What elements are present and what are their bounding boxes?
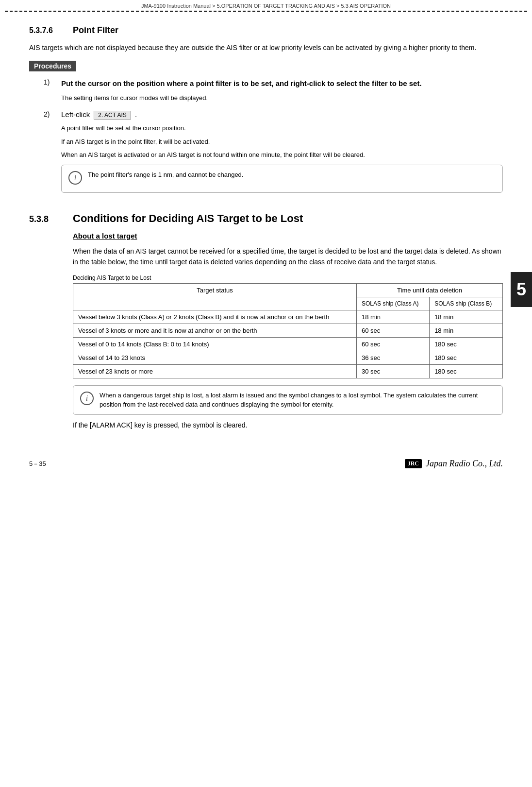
section-538-num: 5.3.8 — [29, 214, 73, 224]
row-status: Vessel of 0 to 14 knots (Class B: 0 to 1… — [73, 337, 357, 351]
row-status: Vessel below 3 knots (Class A) or 2 knot… — [73, 310, 357, 324]
step-2-row: 2) Left-click 2. ACT AIS . A point filte… — [44, 110, 503, 198]
svg-text:i: i — [74, 173, 76, 182]
row-status: Vessel of 14 to 23 knots — [73, 351, 357, 364]
breadcrumb: JMA-9100 Instruction Manual > 5.OPERATIO… — [141, 3, 391, 9]
company-name: Japan Radio Co., Ltd. — [426, 459, 503, 469]
ais-target-table: Target status Time until data deletion S… — [73, 283, 503, 378]
col2b-subheader: SOLAS ship (Class B) — [430, 297, 503, 310]
step-2-suffix: . — [135, 110, 137, 119]
step-2-desc3: When an AIS target is activated or an AI… — [61, 150, 503, 160]
section-537-6-num: 5.3.7.6 — [29, 26, 73, 35]
info-box-1: i The point filter's range is 1 nm, and … — [61, 165, 503, 193]
step-1-content: Put the cursor on the position where a p… — [61, 78, 503, 106]
step-2-inline: Left-click 2. ACT AIS . — [61, 110, 503, 120]
procedures-badge: Procedures — [29, 58, 503, 78]
table-body: Vessel below 3 knots (Class A) or 2 knot… — [73, 310, 503, 378]
table-caption: Deciding AIS Target to be Lost — [73, 274, 503, 281]
steps-block: 1) Put the cursor on the position where … — [44, 78, 503, 198]
step-1-num: 1) — [44, 78, 61, 86]
section-537-6-title: 5.3.7.6 Point Filter — [29, 25, 503, 35]
info-icon-1: i — [68, 171, 82, 188]
info-box-2-text: When a dangerous target ship is lost, a … — [100, 391, 496, 410]
subsection-lost-target: About a lost target When the data of an … — [73, 232, 503, 430]
jrc-badge: JRC — [405, 459, 422, 468]
row-status: Vessel of 23 knots or more — [73, 364, 357, 378]
subsection-title: About a lost target — [73, 232, 503, 240]
step-1-row: 1) Put the cursor on the position where … — [44, 78, 503, 106]
info-box-1-text: The point filter's range is 1 nm, and ca… — [88, 170, 243, 180]
step-2-desc2: If an AIS target is in the point filter,… — [61, 137, 503, 147]
section-538-title: 5.3.8 Conditions for Deciding AIS Target… — [29, 212, 503, 225]
chapter-tab: 5 — [511, 272, 532, 307]
step-1-bold: Put the cursor on the position where a p… — [61, 78, 503, 89]
row-status: Vessel of 3 knots or more and it is now … — [73, 324, 357, 337]
table-header-row: Target status Time until data deletion — [73, 283, 503, 297]
row-col2a: 30 sec — [357, 364, 430, 378]
col1-header: Target status — [73, 283, 357, 310]
svg-text:i: i — [86, 394, 88, 402]
row-col2b: 180 sec — [430, 364, 503, 378]
company-logo: JRC Japan Radio Co., Ltd. — [405, 459, 503, 469]
footer-text: If the [ALARM ACK] key is pressed, the s… — [73, 420, 503, 430]
page-number: 5－35 — [29, 460, 46, 468]
row-col2a: 18 min — [357, 310, 430, 324]
table-row: Vessel of 0 to 14 knots (Class B: 0 to 1… — [73, 337, 503, 351]
row-col2b: 180 sec — [430, 351, 503, 364]
table-row: Vessel of 23 knots or more 30 sec 180 se… — [73, 364, 503, 378]
row-col2a: 60 sec — [357, 337, 430, 351]
section-538-heading: Conditions for Deciding AIS Target to be… — [73, 212, 303, 225]
table-row: Vessel of 3 knots or more and it is now … — [73, 324, 503, 337]
step-1-desc: The setting items for cursor modes will … — [61, 93, 503, 103]
row-col2b: 18 min — [430, 310, 503, 324]
page-header: JMA-9100 Instruction Manual > 5.OPERATIO… — [0, 0, 532, 11]
info-icon-2: i — [80, 392, 94, 408]
info-box-2: i When a dangerous target ship is lost, … — [73, 385, 503, 415]
section-538-body: When the data of an AIS target cannot be… — [73, 246, 503, 268]
section-537-6-body: AIS targets which are not displayed beca… — [29, 42, 503, 53]
step-2-num: 2) — [44, 110, 61, 118]
step-2-desc1: A point filter will be set at the cursor… — [61, 123, 503, 133]
step-2-content: Left-click 2. ACT AIS . A point filter w… — [61, 110, 503, 198]
step-2-prefix: Left-click — [61, 110, 90, 119]
page-footer: 5－35 JRC Japan Radio Co., Ltd. — [0, 454, 532, 474]
row-col2b: 18 min — [430, 324, 503, 337]
row-col2b: 180 sec — [430, 337, 503, 351]
col2a-subheader: SOLAS ship (Class A) — [357, 297, 430, 310]
main-content: 5.3.7.6 Point Filter AIS targets which a… — [0, 12, 532, 444]
row-col2a: 36 sec — [357, 351, 430, 364]
act-ais-button[interactable]: 2. ACT AIS — [94, 111, 131, 120]
col2-header: Time until data deletion — [357, 283, 503, 297]
table-row: Vessel below 3 knots (Class A) or 2 knot… — [73, 310, 503, 324]
row-col2a: 60 sec — [357, 324, 430, 337]
page-container: JMA-9100 Instruction Manual > 5.OPERATIO… — [0, 0, 532, 787]
section-537-6-heading: Point Filter — [73, 25, 118, 35]
table-row: Vessel of 14 to 23 knots 36 sec 180 sec — [73, 351, 503, 364]
